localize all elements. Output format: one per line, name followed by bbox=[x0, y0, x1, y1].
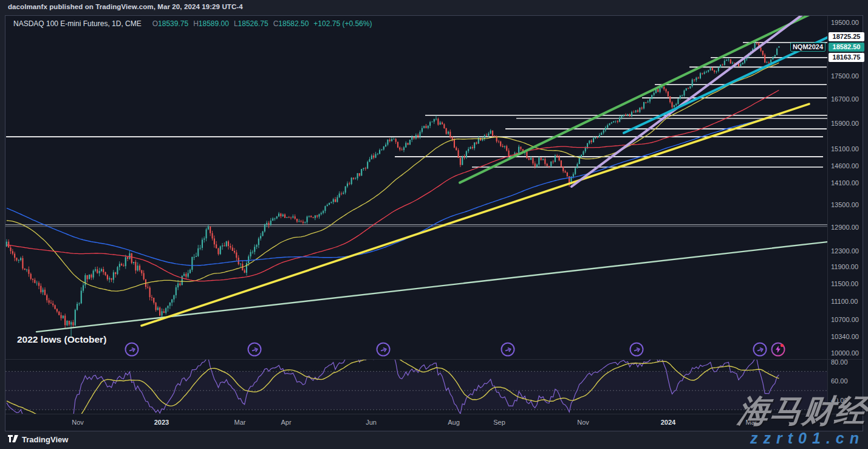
price-level-badge-low[interactable]: 18163.75 bbox=[829, 53, 864, 62]
time-tick-label: Nov bbox=[577, 419, 589, 426]
high-label: H bbox=[193, 19, 199, 28]
time-tick-label: Apr bbox=[281, 419, 291, 426]
price-tick-label: 10340.00 bbox=[831, 333, 859, 340]
time-tick-label: Mar bbox=[234, 419, 246, 426]
close-label: C bbox=[273, 19, 279, 28]
low-value: 18526.75 bbox=[238, 19, 268, 28]
price-tick-label: 14100.00 bbox=[831, 179, 859, 187]
close-value: 18582.50 bbox=[278, 19, 309, 28]
open-label: O bbox=[152, 19, 158, 28]
price-tick-label: 12900.00 bbox=[831, 224, 859, 231]
symbol-description: NASDAQ 100 E-mini Futures, 1D, CME bbox=[13, 19, 142, 28]
watermark-cn: 海马财经 bbox=[736, 390, 868, 433]
price-tick-label: 11900.00 bbox=[831, 263, 858, 270]
price-tick-label: 10000.00 bbox=[831, 349, 859, 357]
last-price-badge[interactable]: 18582.50 bbox=[829, 43, 864, 52]
tradingview-logo-icon bbox=[8, 435, 18, 444]
open-value: 18539.75 bbox=[158, 19, 188, 28]
time-tick-label: Sep bbox=[493, 419, 505, 426]
time-tick-label: Jun bbox=[366, 419, 377, 426]
price-tick-label: 13500.00 bbox=[831, 201, 859, 208]
price-chart[interactable]: 19500.0017500.0016700.0015900.0015100.00… bbox=[0, 0, 868, 449]
rsi-tick-label: 60.00 bbox=[831, 377, 848, 385]
price-tick-label: 15100.00 bbox=[831, 145, 859, 153]
price-tick-label: 16700.00 bbox=[831, 95, 859, 103]
tradingview-logo-text: TradingView bbox=[22, 435, 68, 444]
price-tick-label: 14600.00 bbox=[831, 162, 859, 170]
time-tick-label: 2024 bbox=[661, 419, 676, 426]
high-value: 18589.00 bbox=[199, 19, 229, 28]
time-tick-label: Nov bbox=[72, 419, 84, 426]
price-tick-label: 11500.00 bbox=[831, 280, 858, 287]
price-level-badge-high[interactable]: 18725.25 bbox=[829, 32, 864, 41]
rsi-tick-label: 80.00 bbox=[831, 358, 848, 366]
price-tick-label: 12300.00 bbox=[831, 247, 859, 255]
watermark-url: zzrt01.cn bbox=[750, 430, 864, 447]
symbol-title-row[interactable]: NASDAQ 100 E-mini Futures, 1D, CMEO18539… bbox=[13, 19, 372, 28]
tradingview-logo[interactable]: TradingView bbox=[8, 435, 68, 444]
low-label: L bbox=[234, 19, 238, 28]
price-tick-label: 11100.00 bbox=[831, 298, 858, 305]
time-tick-label: Aug bbox=[448, 419, 460, 426]
price-tick-label: 15900.00 bbox=[831, 120, 859, 127]
price-tick-label: 17500.00 bbox=[831, 72, 859, 80]
lows-annotation: 2022 lows (October) bbox=[17, 334, 106, 345]
published-chart-page: dacolmanfx published on TradingView.com,… bbox=[0, 0, 868, 449]
contract-label: NQM2024 bbox=[790, 43, 825, 52]
price-tick-label: 10700.00 bbox=[831, 316, 859, 323]
change-value: +102.75 (+0.56%) bbox=[313, 19, 372, 28]
time-tick-label: 2023 bbox=[154, 419, 169, 426]
price-tick-label: 19500.00 bbox=[831, 19, 859, 26]
